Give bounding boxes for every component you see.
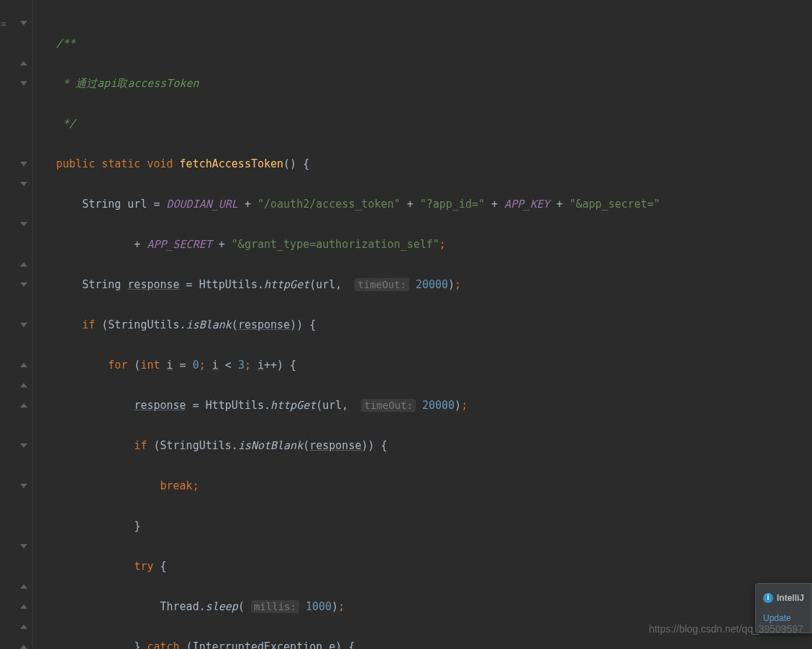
code-text: */ [56, 117, 76, 130]
param-hint: millis: [251, 600, 299, 613]
fold-icon[interactable] [19, 622, 28, 631]
gutter[interactable] [0, 0, 33, 649]
code-line: String response = HttpUtils.httpGet(url,… [56, 275, 812, 295]
watermark: https://blog.csdn.net/qq_39509597 [649, 619, 803, 639]
fold-icon[interactable] [19, 19, 28, 27]
structure-icon[interactable]: ≡ [1, 14, 6, 34]
code-line: for (int i = 0; i < 3; i++) { [56, 355, 812, 375]
fold-icon[interactable] [19, 180, 28, 188]
code-line: String url = DOUDIAN_URL + "/oauth2/acce… [56, 194, 812, 214]
code-line: if (StringUtils.isNotBlank(response)) { [56, 436, 812, 456]
fold-icon[interactable] [19, 321, 28, 329]
code-line: try { [56, 556, 812, 576]
code-line: public static void fetchAccessToken() { [56, 154, 812, 174]
info-icon: i [763, 593, 773, 603]
code-text: /** [56, 37, 76, 50]
code-line: if (StringUtils.isBlank(response)) { [56, 315, 812, 335]
param-hint: timeOut: [355, 278, 409, 291]
fold-icon[interactable] [19, 59, 28, 68]
fold-icon[interactable] [19, 260, 28, 269]
code-line: + APP_SECRET + "&grant_type=authorizatio… [56, 234, 812, 254]
fold-icon[interactable] [19, 401, 28, 410]
fold-icon[interactable] [19, 79, 28, 88]
code-line: Thread.sleep( millis: 1000); [56, 597, 812, 617]
fold-icon[interactable] [19, 602, 28, 611]
fold-icon[interactable] [19, 482, 28, 490]
code-editor[interactable]: /** * 通过api取accessToken */ public static… [33, 0, 812, 649]
code-line: response = HttpUtils.httpGet(url, timeOu… [56, 395, 812, 415]
fold-icon[interactable] [19, 643, 28, 649]
param-hint: timeOut: [361, 399, 415, 412]
code-line: break; [56, 476, 812, 496]
editor-container: ≡ /** * 通过api取accessToken */ [0, 0, 812, 649]
fold-icon[interactable] [19, 542, 28, 551]
code-line: } [56, 516, 812, 536]
fold-icon[interactable] [19, 582, 28, 591]
fold-icon[interactable] [19, 160, 28, 168]
code-text: * 通过api取accessToken [56, 77, 199, 90]
fold-icon[interactable] [19, 220, 28, 229]
fold-icon[interactable] [19, 280, 28, 289]
fold-icon[interactable] [19, 361, 28, 369]
fold-icon[interactable] [19, 381, 28, 390]
fold-icon[interactable] [19, 441, 28, 450]
notification-title: i IntelliJ [763, 588, 804, 608]
